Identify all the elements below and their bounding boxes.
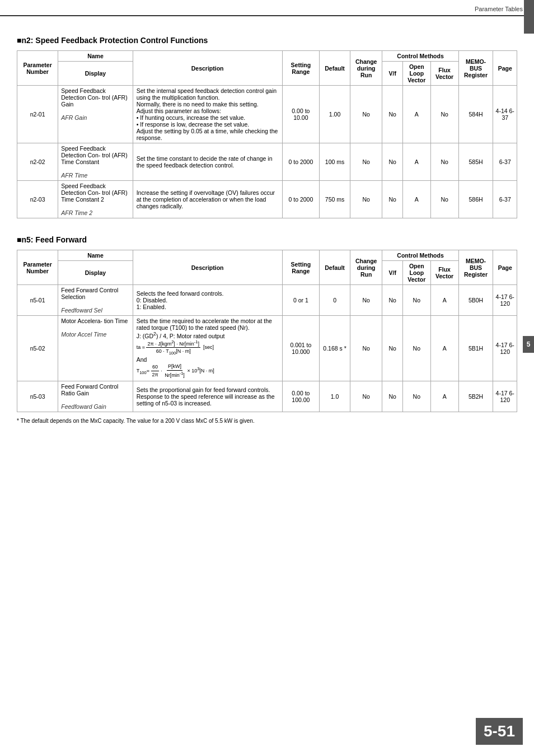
desc-cell: Increase the setting if overvoltage (OV)… xyxy=(133,181,282,218)
flux-cell: No xyxy=(430,143,458,181)
name-top: Speed Feedback Detection Con- trol (AFR)… xyxy=(61,183,129,203)
memo-bus-cell: 5B0H xyxy=(458,285,493,316)
th-memo-bus: MEMO- BUS Register xyxy=(458,51,493,86)
param-num-cell: n2-02 xyxy=(17,143,58,181)
name-cell: Feed Forward Control Selection Feedfowar… xyxy=(58,285,133,316)
page-cell: 4-14 6-37 xyxy=(493,86,517,143)
th2-setting-range: Setting Range xyxy=(282,250,320,285)
th2-memo-bus: MEMO- BUS Register xyxy=(458,250,493,285)
th2-param-number: ParameterNumber xyxy=(17,250,58,285)
vf-cell: No xyxy=(382,143,402,181)
desc-cell: Selects the feed forward controls.0: Dis… xyxy=(133,285,282,316)
default-cell: 1.00 xyxy=(320,86,350,143)
param-num-cell: n2-01 xyxy=(17,86,58,143)
content-area: ■n2: Speed Feedback Protection Control F… xyxy=(0,19,534,435)
param-num-cell: n5-02 xyxy=(17,316,58,381)
section2-table: ParameterNumber Name Description Setting… xyxy=(17,250,517,412)
vf-cell: No xyxy=(382,86,402,143)
name-bottom: AFR Gain xyxy=(61,114,129,121)
setting-range-cell: 0.001 to 10.000 xyxy=(282,316,320,381)
section2-heading: ■n5: Feed Forward xyxy=(17,235,517,244)
name-bottom: Feedfoward Gain xyxy=(61,403,129,410)
desc-cell: Sets the proportional gain for feed forw… xyxy=(133,381,282,412)
section1-heading: ■n2: Speed Feedback Protection Control F… xyxy=(17,36,517,45)
table-row: n2-03 Speed Feedback Detection Con- trol… xyxy=(17,181,517,218)
setting-range-cell: 0.00 to 100.00 xyxy=(282,381,320,412)
th-name-display: Display xyxy=(58,62,133,86)
open-loop-cell: A xyxy=(402,181,430,218)
name-cell: Motor Accelera- tion Time Motor Accel Ti… xyxy=(58,316,133,381)
th-default: Default xyxy=(320,51,350,86)
footnote: * The default depends on the MxC capacit… xyxy=(17,418,517,424)
setting-range-cell: 0 or 1 xyxy=(282,285,320,316)
name-top: Speed Feedback Detection Con- trol (AFR)… xyxy=(61,145,129,165)
page-cell: 4-17 6-120 xyxy=(493,316,517,381)
th2-change-run: Change during Run xyxy=(350,250,382,285)
th-param-number: ParameterNumber xyxy=(17,51,58,86)
param-num-cell: n2-03 xyxy=(17,181,58,218)
vf-cell: No xyxy=(382,285,402,316)
header-title: Parameter Tables xyxy=(475,6,523,12)
param-num-cell: n5-03 xyxy=(17,381,58,412)
th-vf: V/f xyxy=(382,62,402,86)
setting-range-cell: 0 to 2000 xyxy=(282,181,320,218)
th-page: Page xyxy=(493,51,517,86)
name-top: Motor Accelera- tion Time xyxy=(61,318,129,324)
vf-cell: No xyxy=(382,381,402,412)
vf-cell: No xyxy=(382,316,402,381)
th-description: Description xyxy=(133,51,282,86)
setting-range-cell: 0.00 to 10.00 xyxy=(282,86,320,143)
th2-control-methods: Control Methods xyxy=(382,250,458,261)
page-header: Parameter Tables xyxy=(0,0,534,16)
th2-page: Page xyxy=(493,250,517,285)
param-num-cell: n5-01 xyxy=(17,285,58,316)
open-loop-cell: A xyxy=(402,143,430,181)
page-cell: 4-17 6-120 xyxy=(493,285,517,316)
side-tab: 5 xyxy=(523,336,534,353)
page-cell: 6-37 xyxy=(493,143,517,181)
th-name: Name xyxy=(58,51,133,62)
flux-cell: No xyxy=(430,181,458,218)
th2-flux-vector: Flux Vector xyxy=(430,261,458,285)
open-loop-cell: No xyxy=(402,381,430,412)
th2-name: Name xyxy=(58,250,133,261)
section1-table: ParameterNumber Name Description Setting… xyxy=(17,50,517,218)
page-number: 5-51 xyxy=(476,718,523,745)
table-row: n2-01 Speed Feedback Detection Con- trol… xyxy=(17,86,517,143)
default-cell: 0.168 s * xyxy=(320,316,350,381)
top-tab xyxy=(524,0,534,34)
name-cell: Feed Forward Control Ratio Gain Feedfowa… xyxy=(58,381,133,412)
change-run-cell: No xyxy=(350,285,382,316)
name-top: Feed Forward Control Selection xyxy=(61,287,129,300)
th2-open-loop: Open Loop Vector xyxy=(402,261,430,285)
flux-cell: A xyxy=(430,381,458,412)
desc-cell: Sets the time required to accelerate the… xyxy=(133,316,282,381)
memo-bus-cell: 586H xyxy=(458,181,493,218)
name-cell: Speed Feedback Detection Con- trol (AFR)… xyxy=(58,181,133,218)
change-run-cell: No xyxy=(350,143,382,181)
table-row: n5-02 Motor Accelera- tion Time Motor Ac… xyxy=(17,316,517,381)
default-cell: 750 ms xyxy=(320,181,350,218)
change-run-cell: No xyxy=(350,381,382,412)
th-open-loop: Open Loop Vector xyxy=(402,62,430,86)
table-row: n5-01 Feed Forward Control Selection Fee… xyxy=(17,285,517,316)
open-loop-cell: No xyxy=(402,285,430,316)
change-run-cell: No xyxy=(350,316,382,381)
memo-bus-cell: 584H xyxy=(458,86,493,143)
desc-cell: Set the internal speed feedback detectio… xyxy=(133,86,282,143)
th2-description: Description xyxy=(133,250,282,285)
memo-bus-cell: 5B1H xyxy=(458,316,493,381)
th2-default: Default xyxy=(320,250,350,285)
th-change-run: Change during Run xyxy=(350,51,382,86)
name-top: Feed Forward Control Ratio Gain xyxy=(61,383,129,396)
flux-cell: A xyxy=(430,316,458,381)
open-loop-cell: A xyxy=(402,86,430,143)
vf-cell: No xyxy=(382,181,402,218)
name-bottom: AFR Time xyxy=(61,172,129,179)
page-cell: 4-17 6-120 xyxy=(493,381,517,412)
th-control-methods: Control Methods xyxy=(382,51,458,62)
name-bottom: Motor Accel Time xyxy=(61,331,129,338)
page-cell: 6-37 xyxy=(493,181,517,218)
name-cell: Speed Feedback Detection Con- trol (AFR)… xyxy=(58,86,133,143)
change-run-cell: No xyxy=(350,86,382,143)
